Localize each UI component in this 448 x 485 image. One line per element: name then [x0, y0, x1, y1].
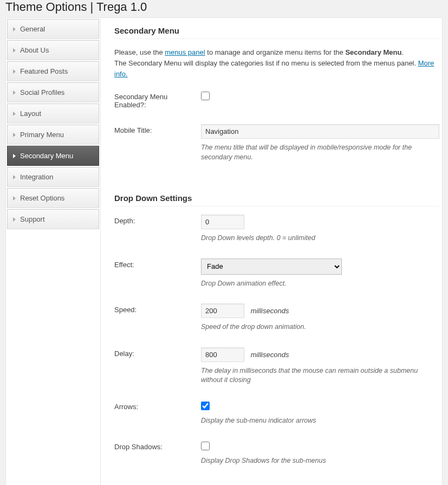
intro-post: . [401, 48, 404, 56]
sidebar-item-layout[interactable]: Layout [7, 104, 99, 124]
field-effect: Effect: Fade Drop Down animation effect. [114, 258, 439, 289]
field-mobile-title: Mobile Title: The menu title that will b… [114, 124, 439, 162]
field-delay: Delay: milliseconds The delay in millise… [114, 347, 439, 385]
unit-speed: milliseconds [251, 307, 289, 315]
sidebar-item-label: Integration [20, 173, 53, 181]
input-speed[interactable] [201, 303, 244, 318]
checkbox-arrows[interactable] [201, 402, 210, 410]
options-panel: GeneralAbout UsFeatured PostsSocial Prof… [5, 17, 443, 485]
checkbox-enabled[interactable] [201, 92, 210, 100]
intro-text: Please, use the menus panel to manage an… [114, 47, 439, 80]
triangle-right-icon [13, 69, 16, 74]
sidebar-item-reset-options[interactable]: Reset Options [7, 188, 99, 208]
sidebar-item-general[interactable]: General [7, 19, 99, 39]
triangle-right-icon [13, 48, 16, 53]
sidebar-item-featured-posts[interactable]: Featured Posts [7, 61, 99, 81]
sidebar-item-label: Reset Options [20, 194, 64, 202]
sidebar-item-social-profiles[interactable]: Social Profiles [7, 82, 99, 102]
input-mobile-title[interactable] [201, 124, 439, 139]
sidebar-item-label: Layout [20, 109, 41, 118]
sidebar-item-label: Social Profiles [20, 88, 64, 96]
field-depth: Depth: Drop Down levels depth. 0 = unlim… [114, 215, 439, 243]
field-enabled: Secondary Menu Enabled?: [114, 90, 439, 109]
help-mobile-title: The menu title that will be displayed in… [201, 143, 439, 162]
help-depth: Drop Down levels depth. 0 = unlimited [201, 234, 439, 243]
label-delay: Delay: [114, 347, 201, 358]
sidebar-item-label: Support [20, 215, 45, 223]
section-title-secondary-menu: Secondary Menu [114, 26, 439, 39]
label-mobile-title: Mobile Title: [114, 124, 201, 134]
sidebar: GeneralAbout UsFeatured PostsSocial Prof… [6, 18, 101, 485]
label-shadows: Drop Shadows: [114, 441, 201, 451]
triangle-right-icon [13, 217, 16, 222]
triangle-right-icon [13, 175, 16, 179]
intro-pre: Please, use the [114, 48, 165, 56]
label-enabled: Secondary Menu Enabled?: [114, 90, 201, 109]
select-effect[interactable]: Fade [201, 258, 342, 275]
help-effect: Drop Down animation effect. [201, 279, 439, 289]
sidebar-item-support[interactable]: Support [7, 209, 99, 229]
help-speed: Speed of the drop down animation. [201, 322, 439, 332]
field-arrows: Arrows: Display the sub-menu indicator a… [114, 400, 439, 426]
triangle-right-icon [13, 27, 16, 31]
triangle-right-icon [13, 133, 16, 137]
label-effect: Effect: [114, 258, 201, 269]
intro-bold: Secondary Menu [345, 48, 401, 56]
triangle-right-icon [13, 154, 16, 158]
field-shadows: Drop Shadows: Display Drop Shadows for t… [114, 441, 439, 466]
sidebar-item-about-us[interactable]: About Us [7, 40, 99, 60]
label-depth: Depth: [114, 215, 201, 225]
sidebar-item-label: Featured Posts [20, 67, 68, 75]
triangle-right-icon [13, 112, 16, 116]
sidebar-item-primary-menu[interactable]: Primary Menu [7, 125, 99, 145]
checkbox-shadows[interactable] [201, 442, 210, 450]
sidebar-item-secondary-menu[interactable]: Secondary Menu [7, 146, 99, 166]
sidebar-item-label: Primary Menu [20, 131, 64, 139]
label-arrows: Arrows: [114, 400, 201, 411]
page-title: Theme Options | Trega 1.0 [0, 0, 448, 17]
sidebar-item-label: General [20, 25, 45, 33]
intro-mid: to manage and organize menu items for th… [205, 48, 346, 56]
section-title-dropdown: Drop Down Settings [114, 193, 439, 206]
intro-line2-pre: The Secondary Menu will display the cate… [114, 59, 418, 67]
input-depth[interactable] [201, 215, 244, 229]
help-arrows: Display the sub-menu indicator arrows [201, 416, 439, 426]
content-area: Secondary Menu Please, use the menus pan… [101, 18, 448, 485]
menus-panel-link[interactable]: menus panel [165, 48, 205, 56]
triangle-right-icon [13, 90, 16, 95]
triangle-right-icon [13, 196, 16, 201]
label-speed: Speed: [114, 303, 201, 314]
unit-delay: milliseconds [251, 351, 289, 359]
input-delay[interactable] [201, 347, 244, 362]
help-delay: The delay in milliseconds that the mouse… [201, 366, 439, 385]
sidebar-item-integration[interactable]: Integration [7, 167, 99, 187]
field-speed: Speed: milliseconds Speed of the drop do… [114, 303, 439, 332]
sidebar-item-label: Secondary Menu [20, 152, 73, 160]
sidebar-item-label: About Us [20, 46, 49, 54]
help-shadows: Display Drop Shadows for the sub-menus [201, 456, 439, 466]
